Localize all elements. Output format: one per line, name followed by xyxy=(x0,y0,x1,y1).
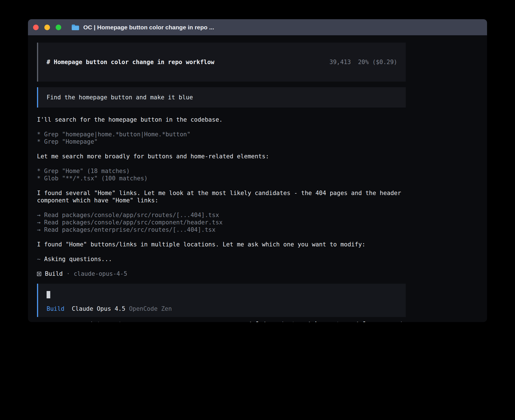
assistant-text: I found "Home" buttons/links in multiple… xyxy=(37,241,406,248)
tool-call-line: * Grep "homepage|home.*button|Home.*butt… xyxy=(37,131,406,138)
status-bar-left: ········ esc interrupt xyxy=(37,320,122,322)
user-message: Find the homepage button and make it blu… xyxy=(37,87,406,108)
prompt-input[interactable]: Build Claude Opus 4.5 OpenCode Zen xyxy=(37,284,406,317)
esc-key: esc xyxy=(76,320,86,322)
assistant-intro: I'll search for the homepage button in t… xyxy=(37,116,406,123)
session-title: # Homepage button color change in repo w… xyxy=(47,58,214,66)
commands-hint: ctrl+p commands xyxy=(352,320,406,322)
session-content: # Homepage button color change in repo w… xyxy=(28,35,406,322)
variants-hint: ctrl+t variants xyxy=(245,320,299,322)
tool-call-group: * Grep "homepage|home.*button|Home.*butt… xyxy=(37,131,406,145)
token-count: 39,413 xyxy=(329,59,351,65)
session-stats: 39,413 20% ($0.29) xyxy=(294,51,397,73)
assistant-text: I found several "Home" links. Let me loo… xyxy=(37,189,406,204)
status-bar: ········ esc interrupt ctrl+t variants t… xyxy=(37,320,406,322)
text-cursor xyxy=(47,291,50,298)
zoom-button[interactable] xyxy=(56,25,61,30)
working-text: Asking questions... xyxy=(44,256,112,262)
close-button[interactable] xyxy=(33,25,39,30)
traffic-lights xyxy=(33,25,61,30)
folder-icon xyxy=(71,24,79,30)
agent-model: claude-opus-4-5 xyxy=(74,270,127,277)
tool-call-line: * Glob "**/*.tsx" (100 matches) xyxy=(37,175,406,182)
context-usage: 20% ($0.29) xyxy=(358,59,397,65)
agents-hint: tab agents xyxy=(308,320,343,322)
terminal-window: OC | Homepage button color change in rep… xyxy=(28,19,487,322)
agent-separator: · xyxy=(66,270,70,277)
agent-status-line: Build · claude-opus-4-5 xyxy=(37,270,406,277)
tab-key: tab xyxy=(308,320,318,322)
session-header: # Homepage button color change in repo w… xyxy=(37,43,406,82)
ctrl-t-key: ctrl+t xyxy=(245,320,267,322)
minimize-button[interactable] xyxy=(44,25,50,30)
read-line: → Read packages/console/app/src/componen… xyxy=(37,219,406,226)
working-prefix: ~ xyxy=(37,256,41,262)
read-line: → Read packages/enterprise/src/routes/[.… xyxy=(37,226,406,233)
tool-call-line: * Grep "Homepage" xyxy=(37,138,406,145)
tool-call-line: * Grep "Home" (18 matches) xyxy=(37,167,406,175)
interrupt-hint: esc interrupt xyxy=(76,320,122,322)
window-title: OC | Homepage button color change in rep… xyxy=(83,24,214,31)
titlebar[interactable]: OC | Homepage button color change in rep… xyxy=(28,19,487,35)
input-line[interactable] xyxy=(47,291,397,298)
agent-name: Build xyxy=(45,270,63,277)
user-message-text: Find the homepage button and make it blu… xyxy=(47,94,193,101)
input-model-label: Claude Opus 4.5 xyxy=(72,305,125,312)
working-status: ~ Asking questions... xyxy=(37,255,406,263)
tool-call-group: * Grep "Home" (18 matches) * Glob "**/*.… xyxy=(37,167,406,182)
input-provider-label: OpenCode Zen xyxy=(129,305,172,312)
input-footer: Build Claude Opus 4.5 OpenCode Zen xyxy=(47,305,397,312)
read-line: → Read packages/console/app/src/routes/[… xyxy=(37,211,406,219)
assistant-text: Let me search more broadly for buttons a… xyxy=(37,153,406,160)
agent-icon xyxy=(37,272,41,276)
progress-dots: ········ xyxy=(37,320,68,322)
read-group: → Read packages/console/app/src/routes/[… xyxy=(37,211,406,233)
ctrl-p-key: ctrl+p xyxy=(352,320,374,322)
status-bar-right: ctrl+t variants tab agents ctrl+p comman… xyxy=(236,320,406,322)
input-agent-label: Build xyxy=(47,305,64,312)
